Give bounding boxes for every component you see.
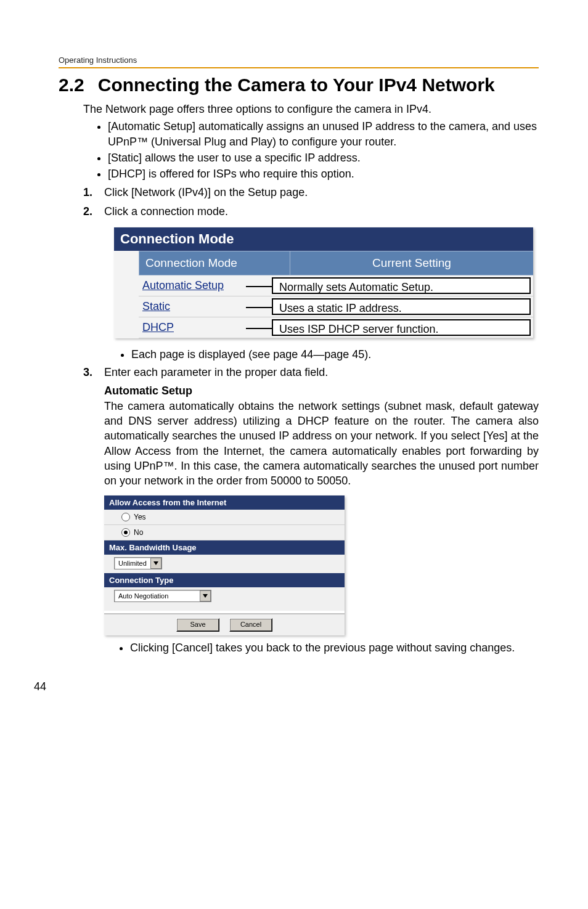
connection-mode-row: Static Uses a static IP address. <box>114 296 533 317</box>
page-number: 44 <box>34 680 539 693</box>
radio-yes-row[interactable]: Yes <box>104 510 345 525</box>
connection-mode-row: Automatic Setup Normally sets Automatic … <box>114 275 533 296</box>
intro-paragraph: The Network page offers three options to… <box>83 102 539 116</box>
section-heading: 2.2Connecting the Camera to Your IPv4 Ne… <box>59 75 539 96</box>
annotation-connector-line <box>246 307 272 308</box>
step-number: 1. <box>83 185 104 200</box>
header-cell-current: Current Setting <box>290 251 533 275</box>
annotation-connector-line <box>246 328 272 329</box>
after-figure-bullets: Each page is displayed (see page 44—page… <box>119 348 539 361</box>
step-text: Enter each parameter in the proper data … <box>104 365 539 380</box>
bandwidth-select[interactable]: Unlimited <box>114 557 162 569</box>
section-number: 2.2 <box>59 75 84 95</box>
intro-bullet-item: [Automatic Setup] automatically assigns … <box>108 119 539 149</box>
connection-mode-header-row: Connection Mode Current Setting <box>114 251 533 275</box>
annotation-static: Uses a static IP address. <box>272 298 531 315</box>
step-number: 2. <box>83 204 104 219</box>
radio-no-label: No <box>134 528 143 537</box>
procedure-steps: 1. Click [Network (IPv4)] on the Setup p… <box>83 185 539 219</box>
connection-mode-figure: Connection Mode Connection Mode Current … <box>114 227 533 338</box>
radio-yes[interactable] <box>121 513 130 521</box>
max-bandwidth-title: Max. Bandwidth Usage <box>104 540 345 555</box>
annotation-dhcp: Uses ISP DHCP server function. <box>272 319 531 336</box>
section-title: Connecting the Camera to Your IPv4 Netwo… <box>98 75 495 95</box>
dhcp-link[interactable]: DHCP <box>142 321 174 333</box>
step-text: Click [Network (IPv4)] on the Setup page… <box>104 185 539 200</box>
save-button[interactable]: Save <box>176 618 219 632</box>
annotation-connector-line <box>246 286 272 287</box>
radio-yes-label: Yes <box>134 513 146 521</box>
intro-bullet-list: [Automatic Setup] automatically assigns … <box>96 119 539 181</box>
chevron-down-icon <box>200 590 211 601</box>
cancel-button[interactable]: Cancel <box>229 618 272 632</box>
intro-bullet-item: [DHCP] is offered for ISPs who require t… <box>108 166 539 181</box>
connection-mode-row: DHCP Uses ISP DHCP server function. <box>114 317 533 338</box>
allow-access-title: Allow Access from the Internet <box>104 495 345 510</box>
automatic-setup-subhead: Automatic Setup <box>104 383 539 398</box>
bullet-item: Each page is displayed (see page 44—page… <box>131 348 539 361</box>
automatic-setup-paragraph: The camera automatically obtains the net… <box>104 399 539 489</box>
bandwidth-select-value: Unlimited <box>115 560 150 567</box>
annotation-automatic-setup: Normally sets Automatic Setup. <box>272 277 531 294</box>
connection-type-select-value: Auto Negotiation <box>115 592 172 600</box>
step-text: Click a connection mode. <box>104 204 539 219</box>
connection-type-title: Connection Type <box>104 573 345 587</box>
automatic-setup-link[interactable]: Automatic Setup <box>142 279 224 291</box>
settings-figure: Allow Access from the Internet Yes No Ma… <box>104 495 345 635</box>
header-cell-mode: Connection Mode <box>139 251 290 275</box>
bullet-item: Clicking [Cancel] takes you back to the … <box>130 640 539 655</box>
connection-mode-title-bar: Connection Mode <box>114 227 533 251</box>
radio-no-row[interactable]: No <box>104 525 345 540</box>
radio-no[interactable] <box>121 528 130 537</box>
step-number: 3. <box>83 365 104 380</box>
procedure-steps-cont: 3. Enter each parameter in the proper da… <box>83 365 539 380</box>
static-link[interactable]: Static <box>142 300 170 312</box>
running-header: Operating Instructions <box>59 55 539 68</box>
connection-type-select[interactable]: Auto Negotiation <box>114 590 211 602</box>
chevron-down-icon <box>150 558 161 569</box>
intro-bullet-item: [Static] allows the user to use a specif… <box>108 150 539 165</box>
post-figure-bullets: Clicking [Cancel] takes you back to the … <box>118 640 539 655</box>
